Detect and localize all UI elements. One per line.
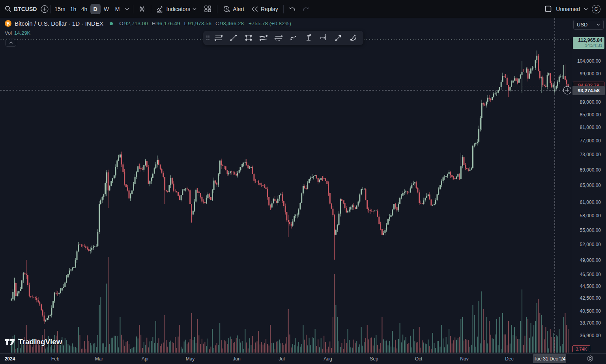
volume-label: Vol [5,30,12,36]
price-axis-label: 38,700.00 [580,320,601,326]
time-axis[interactable]: 2024FebMarAprMayJunJulAugSepOctNovDec Tu… [0,353,606,364]
time-axis-month-label: Apr [142,356,149,362]
chart-style-icon[interactable] [135,5,149,13]
toolbar-drag-handle[interactable] [206,35,209,40]
volume-readout: Vol14.29K [5,30,30,36]
symbol-label: BTCUSD [14,6,37,12]
price-axis-label: 89,000.00 [580,99,601,105]
time-axis-month-label: Oct [415,356,423,362]
indicators-label: Indicators [166,6,191,12]
top-toolbar: BTCUSD 15m1h4hDWM Indicators [0,0,606,18]
price-axis-label: 104,000.00 [577,58,601,64]
curve-tool-icon[interactable] [347,32,360,44]
alert-button[interactable]: Alert [219,2,248,16]
price-axis-label: 81,000.00 [580,125,601,130]
alert-label: Alert [233,6,244,12]
undo-icon[interactable] [285,6,300,12]
redo-icon[interactable] [300,6,311,12]
price-axis-label: 73,000.00 [580,152,601,157]
indicators-button[interactable]: Indicators [153,2,200,16]
market-status-dot-icon[interactable] [110,22,113,25]
price-axis-label: 65,000.00 [580,183,601,188]
price-axis-label: 49,000.00 [580,258,601,263]
realtime-price-badge: 112,965.84 14:34:31 [573,37,604,49]
price-axis-label: 99,000.00 [580,71,601,77]
floating-drawing-toolbar [203,31,363,45]
compare-add-icon[interactable] [40,5,49,13]
time-axis-month-label: Feb [51,356,60,362]
crosshair-time-label: Tue 31 Dec '24 [533,354,566,363]
interval-button-d[interactable]: D [90,4,101,14]
interval-button-w[interactable]: W [101,4,112,14]
interval-button-m[interactable]: M [112,4,123,14]
layout-chevron-down-icon[interactable] [584,8,588,10]
price-axis-label: 40,500.00 [580,308,601,314]
tradingview-logo-icon [5,338,15,346]
alert-clock-icon [223,5,230,13]
price-axis-label: 58,000.00 [580,213,601,218]
price-axis-label: 52,000.00 [580,242,601,247]
price-axis-label: 77,000.00 [580,138,601,144]
chart-pane: ₿ Bitcoin / U.S. Dollar · 1D · INDEX O92… [0,18,571,353]
change-value: +755.78 (+0.82%) [249,21,291,26]
indicators-icon [156,5,164,13]
channel-tool-icon[interactable] [257,32,270,44]
layout-grid-icon[interactable] [200,5,215,13]
crosshair-price-label: 93,274.58 [572,86,605,95]
account-initial: C [595,6,598,12]
rectangle-tool-icon[interactable] [242,32,255,44]
replay-button[interactable]: Replay [248,2,282,16]
legend-collapse-button[interactable] [6,39,16,47]
interval-button-4h[interactable]: 4h [79,4,90,14]
ohlc-l: L91,973.56 [184,21,212,26]
volume-value: 14.29K [14,30,30,36]
ohlc-values: O92,713.00H96,176.49L91,973.56C93,466.28… [119,21,291,26]
bar-countdown: 14:34:31 [575,43,602,48]
time-axis-month-label: Jun [233,356,240,362]
arrow-tool-icon[interactable] [332,32,345,44]
time-axis-month-label: Nov [460,356,468,362]
currency-selector[interactable]: USD [573,20,604,30]
save-layout-icon[interactable] [544,5,552,13]
chart-canvas[interactable] [0,18,571,353]
tradingview-watermark[interactable]: TradingView [5,338,62,346]
brush-tool-icon[interactable] [287,32,300,44]
account-avatar[interactable]: C [592,5,600,13]
price-axis-label: 61,000.00 [580,200,601,205]
interval-switcher: 15m1h4hDWM [52,4,122,14]
realtime-price: 112,965.84 [575,38,602,43]
price-axis-label: 69,000.00 [580,167,601,173]
crosshair-plus-icon [563,86,571,94]
ohlc-o: O92,713.00 [119,21,148,26]
flat-channel-tool-icon[interactable] [272,32,285,44]
time-axis-month-label: Dec [505,356,513,362]
symbol-search-button[interactable]: BTCUSD [11,2,40,16]
bitcoin-logo-icon: ₿ [5,20,11,27]
currency-label: USD [577,22,587,28]
time-axis-month-label: Sep [370,356,378,362]
price-axis[interactable]: USD 112,965.84 14:34:31 104,000.0099,000… [571,18,606,353]
price-axis-label: 55,000.00 [580,228,601,233]
layout-name-label[interactable]: Unnamed [556,6,580,12]
date-range-tool-icon[interactable] [317,32,330,44]
ohlc-c: C93,466.28 [215,21,244,26]
price-axis-label: 42,500.00 [580,295,601,301]
time-axis-month-label: Aug [324,356,332,362]
interval-button-15m[interactable]: 15m [52,4,67,14]
price-axis-label: 46,500.00 [580,272,601,277]
settings-icon[interactable] [587,355,594,363]
symbol-title[interactable]: Bitcoin / U.S. Dollar · 1D · INDEX [15,20,103,27]
parallel-lines-tool-icon[interactable] [212,32,225,44]
ohlc-h: H96,176.49 [152,21,180,26]
time-axis-year-label: 2024 [5,356,15,362]
interval-button-1h[interactable]: 1h [68,4,79,14]
search-icon[interactable] [5,6,11,12]
currency-chevron-down-icon [597,24,600,26]
interval-chevron-down-icon[interactable] [123,8,131,10]
time-axis-month-label: May [186,356,195,362]
tradingview-logo-text: TradingView [18,338,62,346]
price-axis-label: 44,500.00 [580,284,601,289]
trend-line-tool-icon[interactable] [227,32,240,44]
price-range-tool-icon[interactable] [302,32,315,44]
price-axis-label: 36,900.00 [580,333,601,338]
